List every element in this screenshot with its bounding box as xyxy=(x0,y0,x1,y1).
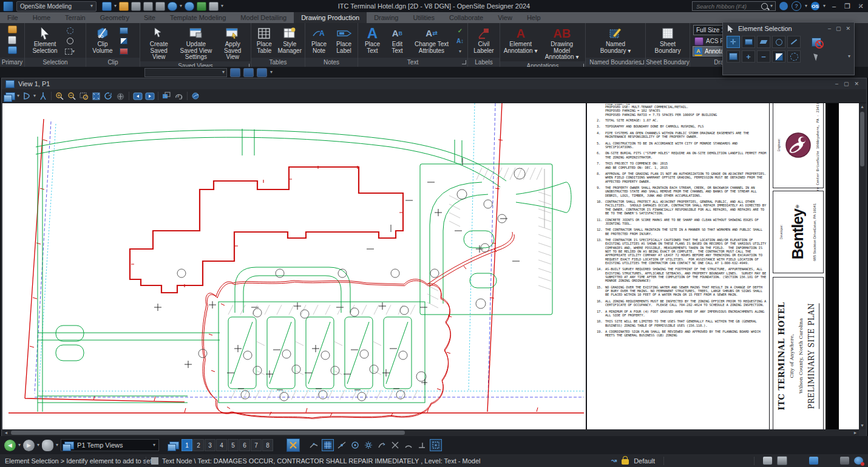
ribbon-tab[interactable]: File xyxy=(0,12,25,23)
ribbon-tab[interactable]: Collaborate xyxy=(442,12,490,23)
vertical-scrollbar[interactable]: ▲ ▼ xyxy=(859,103,866,429)
view-number-toggle[interactable]: 3 xyxy=(205,439,215,451)
pan-view-icon[interactable] xyxy=(115,91,126,101)
models-icon[interactable] xyxy=(243,68,254,77)
chevron-down-icon[interactable]: ▾ xyxy=(114,4,117,9)
select-elements-button[interactable] xyxy=(727,50,740,63)
snap-tangent-icon[interactable] xyxy=(376,440,387,451)
change-text-attributes-button[interactable]: A⇄ Change Text Attributes xyxy=(410,25,453,55)
view-number-toggle[interactable]: 1 xyxy=(181,439,192,451)
view-group-select[interactable]: P1 Temp Views ▾ xyxy=(61,439,159,451)
clear-selection-button[interactable] xyxy=(810,51,822,62)
chevron-down-icon[interactable]: ▾ xyxy=(17,94,19,98)
workflow-selector[interactable]: OpenSite Modeling ▾ xyxy=(16,1,97,12)
window-area-icon[interactable] xyxy=(79,91,89,101)
named-boundary-button[interactable]: Named Boundary ▾ xyxy=(595,25,636,55)
apply-saved-view-button[interactable]: Apply Saved View xyxy=(216,25,249,61)
element-selection-button[interactable]: Element Selection xyxy=(27,25,63,55)
dialog-status-icon[interactable] xyxy=(809,457,818,465)
expand-dialog-icon[interactable]: ▾ xyxy=(848,54,850,59)
chevron-down-icon[interactable]: ▾ xyxy=(221,4,223,9)
ribbon-search[interactable]: ▾ xyxy=(692,1,776,11)
snap-perpendicular-icon[interactable] xyxy=(416,440,427,451)
add-to-selection-button[interactable]: + xyxy=(742,50,755,63)
element-template-select[interactable]: ▾ xyxy=(144,68,227,77)
view-number-toggle[interactable]: 8 xyxy=(262,439,273,451)
save-settings-icon[interactable] xyxy=(143,2,153,11)
collapse-ribbon-icon[interactable]: ∧ xyxy=(858,1,862,8)
view-number-toggle[interactable]: 4 xyxy=(216,439,227,451)
accusnap-toggle-icon[interactable] xyxy=(430,439,442,451)
ribbon-tab[interactable]: Drawing Production xyxy=(294,12,367,23)
view-close-icon[interactable]: ✕ xyxy=(854,81,859,87)
next-view-button[interactable]: ► xyxy=(23,440,35,451)
select-circle-button[interactable] xyxy=(772,36,785,48)
references-icon[interactable] xyxy=(257,68,267,77)
scrollbar-thumb[interactable] xyxy=(11,431,405,435)
help-icon[interactable]: ? xyxy=(792,1,801,11)
select-rectangle-icon[interactable]: ▾ xyxy=(64,47,75,56)
open-file-icon[interactable] xyxy=(119,2,129,11)
style-manager-button[interactable]: Style Manager xyxy=(277,25,303,55)
explorer-icon[interactable] xyxy=(197,2,206,11)
text-styles-icon[interactable]: A↕ xyxy=(455,36,466,46)
dialog-pin-icon[interactable]: ▢ xyxy=(836,26,841,32)
new-selection-mode-button[interactable] xyxy=(810,36,822,47)
chevron-down-icon[interactable]: ▾ xyxy=(770,4,773,9)
minimize-button[interactable]: – xyxy=(829,2,839,10)
ribbon-tab[interactable]: Home xyxy=(25,12,58,23)
clip-delete-icon[interactable] xyxy=(118,47,129,56)
element-annotation-button[interactable]: A Element Annotation ▾ xyxy=(502,25,539,55)
new-file-icon[interactable] xyxy=(7,35,18,44)
view-number-toggle[interactable]: 5 xyxy=(228,439,239,451)
fit-view-icon[interactable] xyxy=(91,91,101,101)
place-note-button[interactable]: A Place Note xyxy=(307,25,331,55)
invert-selection-button[interactable] xyxy=(772,50,785,63)
search-input[interactable] xyxy=(695,2,759,10)
drawing-model-annotation-button[interactable]: AB Drawing Model Annotation ▾ xyxy=(540,25,583,61)
remove-from-selection-button[interactable]: − xyxy=(757,50,770,63)
dialog-close-icon[interactable]: ✕ xyxy=(846,26,850,32)
dialog-title-bar[interactable]: Element Selection – ▢ ✕ xyxy=(723,22,854,35)
chevron-down-icon[interactable]: ▾ xyxy=(33,94,36,98)
select-block-button[interactable] xyxy=(742,36,755,48)
copy-view-icon[interactable] xyxy=(161,91,172,101)
scroll-left-icon[interactable]: ◄ xyxy=(2,429,10,436)
edit-text-button[interactable]: AB Edit Text xyxy=(386,25,409,55)
view-previous-icon[interactable] xyxy=(132,91,143,101)
chevron-down-icon[interactable]: ▾ xyxy=(18,443,21,448)
chevron-down-icon[interactable]: ▾ xyxy=(180,4,182,9)
snap-arc-icon[interactable] xyxy=(403,440,414,451)
dialog-launcher-icon[interactable] xyxy=(640,60,644,64)
previous-view-button[interactable]: ◄ xyxy=(4,440,16,451)
spell-check-icon[interactable]: ✓ xyxy=(455,26,466,35)
chevron-down-icon[interactable]: ▾ xyxy=(805,4,807,9)
adjust-view-icon[interactable] xyxy=(38,91,48,101)
select-shape-button[interactable] xyxy=(757,36,770,48)
connection-status-icon[interactable] xyxy=(854,457,863,465)
accudraw-icon[interactable] xyxy=(287,438,300,452)
horizontal-scrollbar[interactable]: ◄ ► xyxy=(2,429,859,436)
snap-elbow-icon[interactable] xyxy=(308,440,319,451)
redo-icon[interactable] xyxy=(185,2,194,11)
ribbon-tab[interactable]: Template Modeling xyxy=(163,12,233,23)
more-text-tools-icon[interactable]: ▾ xyxy=(455,47,466,56)
chevron-down-icon[interactable]: ▾ xyxy=(823,4,826,9)
ribbon-tab[interactable]: Site xyxy=(137,12,163,23)
dialog-minimize-icon[interactable]: – xyxy=(828,26,831,32)
dialog-launcher-icon[interactable] xyxy=(462,60,466,64)
snap-settings-icon[interactable] xyxy=(363,440,374,451)
fence-tools-icon[interactable] xyxy=(64,26,75,35)
ribbon-tab[interactable]: Drawing xyxy=(367,12,405,23)
view-number-toggle[interactable]: 2 xyxy=(193,439,204,451)
tools-icon[interactable] xyxy=(7,25,18,34)
chevron-down-icon[interactable]: ▾ xyxy=(56,443,58,448)
account-badge[interactable]: OS xyxy=(811,2,819,10)
snap-nearest-icon[interactable] xyxy=(336,440,347,451)
ribbon-tab[interactable]: Model Detailing xyxy=(233,12,294,23)
chevron-down-icon[interactable]: ▾ xyxy=(37,443,39,448)
zoom-in-icon[interactable] xyxy=(55,91,65,101)
running-coordinates-icon[interactable]: ↝ xyxy=(611,457,617,465)
ribbon-tab[interactable]: Terrain xyxy=(58,12,93,23)
rotate-view-icon[interactable] xyxy=(103,91,114,101)
